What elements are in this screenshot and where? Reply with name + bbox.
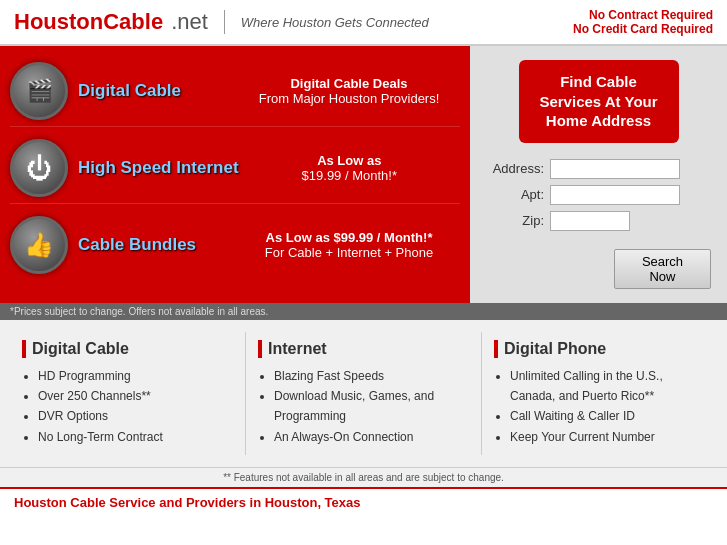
hero-section: 🎬 Digital Cable Digital Cable Deals From… — [0, 46, 727, 303]
apt-row: Apt: — [486, 185, 711, 205]
no-credit-label: No Credit Card Required — [573, 22, 713, 36]
header: HoustonCable.net Where Houston Gets Conn… — [0, 0, 727, 46]
address-row: Address: — [486, 159, 711, 179]
feature-title-digital-phone: Digital Phone — [494, 340, 705, 358]
feature-list-internet: Blazing Fast Speeds Download Music, Game… — [258, 366, 469, 448]
disclaimer-bar: *Prices subject to change. Offers not av… — [0, 303, 727, 320]
service-row-bundles: 👍 Cable Bundles As Low as $99.99 / Month… — [10, 210, 460, 280]
feature-title-digital-cable: Digital Cable — [22, 340, 233, 358]
footer: Houston Cable Service and Providers in H… — [0, 487, 727, 516]
internet-desc: As Low as $19.99 / Month!* — [239, 153, 460, 183]
feature-list-digital-phone: Unlimited Calling in the U.S., Canada, a… — [494, 366, 705, 448]
hero-right-panel: Find Cable Services At Your Home Address… — [470, 46, 727, 303]
bundles-name[interactable]: Cable Bundles — [78, 235, 238, 255]
bundles-desc: As Low as $99.99 / Month!* For Cable + I… — [238, 230, 460, 260]
zip-row: Zip: — [486, 211, 711, 231]
no-contract-label: No Contract Required — [573, 8, 713, 22]
digital-cable-name[interactable]: Digital Cable — [78, 81, 238, 101]
feature-title-internet: Internet — [258, 340, 469, 358]
features-section: Digital Cable HD Programming Over 250 Ch… — [0, 320, 727, 468]
digital-cable-icon: 🎬 — [10, 62, 68, 120]
bundles-icon: 👍 — [10, 216, 68, 274]
address-input[interactable] — [550, 159, 680, 179]
address-label: Address: — [486, 161, 544, 176]
internet-name[interactable]: High Speed Internet — [78, 158, 239, 178]
search-now-button[interactable]: Search Now — [614, 249, 711, 289]
list-item: Download Music, Games, and Programming — [274, 386, 469, 427]
feature-col-internet: Internet Blazing Fast Speeds Download Mu… — [246, 332, 482, 456]
list-item: No Long-Term Contract — [38, 427, 233, 447]
list-item: Blazing Fast Speeds — [274, 366, 469, 386]
zip-input[interactable] — [550, 211, 630, 231]
feature-col-digital-phone: Digital Phone Unlimited Calling in the U… — [482, 332, 717, 456]
service-row-internet: ⏻ High Speed Internet As Low as $19.99 /… — [10, 133, 460, 204]
list-item: An Always-On Connection — [274, 427, 469, 447]
digital-cable-desc: Digital Cable Deals From Major Houston P… — [238, 76, 460, 106]
list-item: Over 250 Channels** — [38, 386, 233, 406]
list-item: DVR Options — [38, 406, 233, 426]
logo-divider — [224, 10, 225, 34]
hero-left-panel: 🎬 Digital Cable Digital Cable Deals From… — [0, 46, 470, 303]
footer-text[interactable]: Houston Cable Service and Providers in H… — [14, 495, 361, 510]
internet-icon: ⏻ — [10, 139, 68, 197]
list-item: Unlimited Calling in the U.S., Canada, a… — [510, 366, 705, 407]
header-right-text: No Contract Required No Credit Card Requ… — [573, 8, 713, 36]
apt-label: Apt: — [486, 187, 544, 202]
feature-list-digital-cable: HD Programming Over 250 Channels** DVR O… — [22, 366, 233, 448]
logo-houston: HoustonCable — [14, 9, 163, 35]
logo-net: .net — [171, 9, 208, 35]
logo-area: HoustonCable.net Where Houston Gets Conn… — [14, 9, 429, 35]
zip-label: Zip: — [486, 213, 544, 228]
feature-col-digital-cable: Digital Cable HD Programming Over 250 Ch… — [10, 332, 246, 456]
list-item: Call Waiting & Caller ID — [510, 406, 705, 426]
list-item: HD Programming — [38, 366, 233, 386]
address-form: Address: Apt: Zip: Search Now — [486, 159, 711, 289]
list-item: Keep Your Current Number — [510, 427, 705, 447]
apt-input[interactable] — [550, 185, 680, 205]
bottom-disclaimer: ** Features not available in all areas a… — [0, 467, 727, 487]
find-cable-button[interactable]: Find Cable Services At Your Home Address — [519, 60, 679, 143]
service-row-digital-cable: 🎬 Digital Cable Digital Cable Deals From… — [10, 56, 460, 127]
logo-tagline: Where Houston Gets Connected — [241, 15, 429, 30]
